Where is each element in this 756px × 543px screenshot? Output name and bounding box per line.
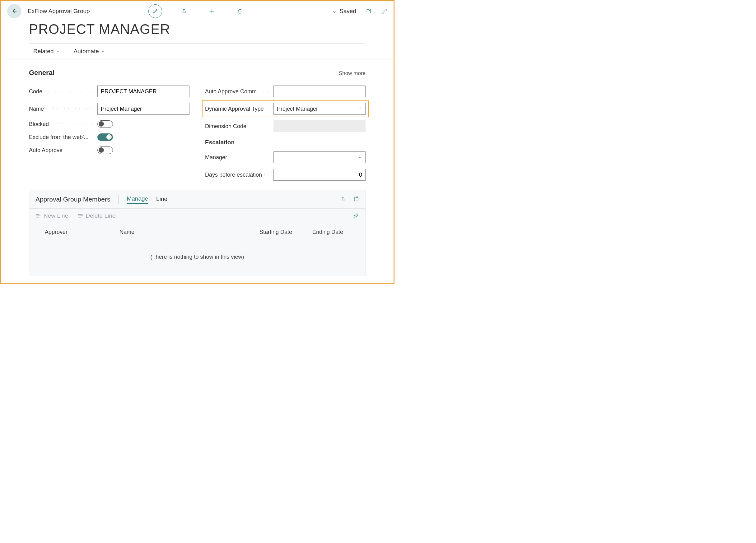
card-share-button[interactable]	[340, 196, 346, 203]
col-approver[interactable]: Approver	[45, 229, 119, 236]
code-input[interactable]	[97, 86, 189, 97]
popout-icon	[366, 8, 372, 14]
arrow-left-icon	[11, 8, 18, 15]
new-line-icon	[35, 213, 41, 219]
chevron-down-icon	[358, 107, 362, 111]
delete-line-button[interactable]: Delete Line	[77, 213, 115, 219]
check-icon	[332, 8, 338, 14]
dynamic-approval-type-select[interactable]: Project Manager	[273, 103, 366, 115]
exclude-web-toggle[interactable]	[97, 133, 113, 141]
new-button[interactable]	[206, 5, 218, 17]
back-button[interactable]	[7, 4, 21, 18]
tab-manage[interactable]: Manage	[127, 195, 148, 204]
trash-icon	[237, 8, 243, 15]
blocked-label: Blocked	[29, 121, 94, 128]
col-ending-date[interactable]: Ending Date	[312, 229, 359, 236]
section-general-title: General	[29, 69, 54, 77]
share-button[interactable]	[178, 5, 190, 17]
members-card: Approval Group Members Manage Line New L…	[29, 190, 366, 276]
saved-label: Saved	[339, 8, 356, 15]
popout-button[interactable]	[366, 8, 372, 14]
show-more-link[interactable]: Show more	[339, 70, 366, 77]
tab-line[interactable]: Line	[156, 196, 167, 204]
dynamic-approval-type-value: Project Manager	[277, 106, 318, 112]
table-header-row: Approver Name Starting Date Ending Date	[29, 223, 365, 241]
card-popout-button[interactable]	[353, 196, 359, 203]
escalation-heading: Escalation	[205, 139, 366, 146]
exclude-web-label: Exclude from the web'...	[29, 134, 94, 141]
delete-line-label: Delete Line	[86, 213, 115, 219]
share-icon	[340, 196, 346, 203]
delete-button[interactable]	[234, 5, 246, 17]
chevron-down-icon	[56, 49, 60, 54]
auto-approve-comm-input[interactable]	[273, 86, 366, 97]
new-line-label: New Line	[44, 213, 68, 219]
name-label: Name	[29, 106, 94, 112]
expand-icon	[381, 8, 387, 14]
chevron-down-icon	[101, 49, 105, 54]
days-before-escalation-input[interactable]	[273, 169, 366, 181]
pin-icon	[353, 213, 359, 219]
edit-button[interactable]	[148, 4, 162, 18]
empty-state: (There is nothing to show in this view)	[29, 241, 365, 276]
new-line-button[interactable]: New Line	[35, 213, 68, 219]
auto-approve-comm-label: Auto Approve Comm...	[205, 88, 270, 95]
name-input[interactable]	[97, 103, 189, 115]
dynamic-approval-type-label: Dynamic Approval Type	[205, 106, 270, 112]
delete-line-icon	[77, 213, 83, 219]
expand-button[interactable]	[381, 8, 387, 14]
pencil-icon	[152, 8, 158, 14]
plus-icon	[208, 8, 215, 15]
saved-indicator: Saved	[332, 8, 356, 15]
page-title: PROJECT MANAGER	[1, 18, 394, 43]
dimension-code-field	[273, 120, 366, 132]
members-card-title: Approval Group Members	[35, 196, 110, 203]
chevron-down-icon	[358, 155, 362, 160]
dimension-code-label: Dimension Code	[205, 123, 270, 130]
auto-approve-toggle[interactable]	[97, 147, 113, 154]
col-name[interactable]: Name	[119, 229, 222, 236]
menu-automate-label: Automate	[74, 48, 99, 55]
menu-automate[interactable]: Automate	[74, 48, 105, 55]
separator	[118, 195, 119, 204]
share-icon	[180, 8, 187, 15]
manager-select[interactable]	[273, 152, 366, 163]
pin-button[interactable]	[353, 213, 359, 219]
code-label: Code	[29, 88, 94, 95]
menu-related[interactable]: Related	[33, 48, 60, 55]
popout-icon	[353, 196, 359, 202]
breadcrumb: ExFlow Approval Group	[28, 8, 90, 15]
days-before-escalation-label: Days before escalation	[205, 172, 270, 178]
menu-related-label: Related	[33, 48, 54, 55]
blocked-toggle[interactable]	[97, 120, 113, 128]
dynamic-approval-highlight: Dynamic Approval Type Project Manager	[202, 101, 369, 117]
auto-approve-label: Auto Approve	[29, 147, 94, 154]
col-starting-date[interactable]: Starting Date	[259, 229, 312, 236]
manager-label: Manager	[205, 154, 270, 161]
